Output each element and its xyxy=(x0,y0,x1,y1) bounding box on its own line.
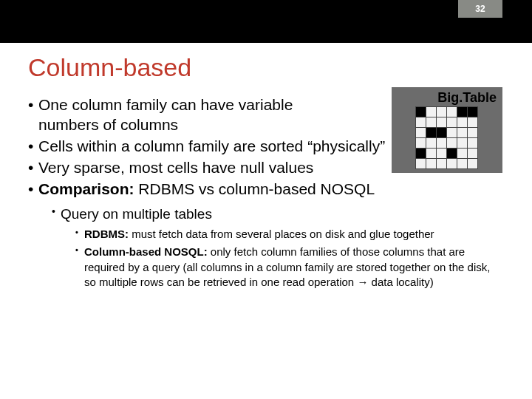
top-band xyxy=(0,0,532,43)
bullet-text: must fetch data from several places on d… xyxy=(132,228,434,240)
bullet-text: One column family can have variable xyxy=(38,96,293,113)
content-area: Column-based One column family can have … xyxy=(28,53,504,294)
bullet-item: RDBMS: must fetch data from several plac… xyxy=(75,227,504,242)
bullet-item: One column family can have variable numb… xyxy=(28,95,504,135)
bullet-list-level2: Query on multiple tables RDBMS: must fet… xyxy=(52,205,504,290)
bullet-item: Comparison: RDBMS vs column-based NOSQL … xyxy=(28,180,504,290)
bullet-item: Cells within a column family are sorted … xyxy=(28,137,504,157)
slide: 32 Big.Table Column-based One column fam… xyxy=(0,0,532,399)
bullet-item: Query on multiple tables RDBMS: must fet… xyxy=(52,205,504,290)
slide-title: Column-based xyxy=(28,53,504,82)
bullet-text: Query on multiple tables xyxy=(61,206,212,222)
slide-number-tab: 32 xyxy=(458,0,502,18)
bullet-item: Very sparse, most cells have null values xyxy=(28,158,504,178)
bullet-text: numbers of columns xyxy=(38,116,178,133)
bullet-list-level1: One column family can have variable numb… xyxy=(28,95,504,290)
bullet-text: RDBMS vs column-based NOSQL xyxy=(138,180,375,197)
bullet-item: Column-based NOSQL: only fetch column fa… xyxy=(75,245,504,290)
bullet-bold-prefix: RDBMS: xyxy=(84,228,132,240)
bullet-bold-prefix: Column-based NOSQL: xyxy=(84,245,211,258)
bullet-bold-prefix: Comparison: xyxy=(38,180,134,197)
bullet-list-level3: RDBMS: must fetch data from several plac… xyxy=(75,227,504,290)
